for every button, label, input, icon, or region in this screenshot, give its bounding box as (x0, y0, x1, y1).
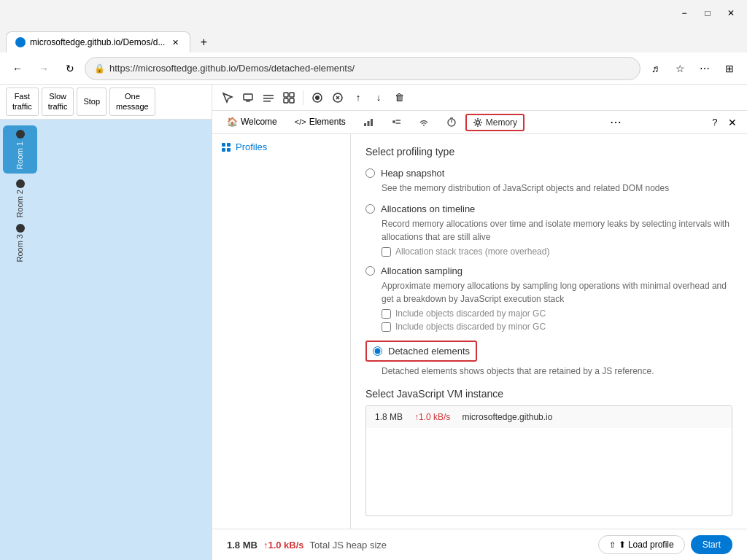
extensions-button[interactable]: ⊞ (718, 57, 741, 80)
vm-row[interactable]: 1.8 MB ↑1.0 kB/s microsoftedge.github.io (366, 406, 732, 428)
new-tab-button[interactable]: + (193, 32, 214, 52)
load-profile-label: ⬆ Load profile (619, 540, 674, 550)
load-profile-button[interactable]: ⇧ ⬆ Load profile (598, 535, 685, 554)
tab-network[interactable] (355, 112, 382, 133)
tab-elements-label: Elements (309, 117, 346, 127)
favorites-button[interactable]: ☆ (668, 57, 692, 80)
profiles-header[interactable]: Profiles (215, 137, 347, 157)
stop-record-button[interactable] (328, 88, 347, 107)
alloc-stack-checkbox[interactable] (382, 247, 391, 257)
room-2-dot (16, 179, 25, 188)
profiles-icon (221, 142, 231, 152)
footer-size: 1.8 MB (227, 540, 258, 551)
tab-close-button[interactable]: ✕ (169, 36, 181, 48)
alloc-sampling-radio[interactable] (365, 266, 375, 276)
download-button[interactable]: ↓ (369, 88, 388, 107)
svg-rect-4 (263, 98, 274, 99)
major-gc-row: Include objects discarded by major GC (382, 308, 732, 319)
minor-gc-label: Include objects discarded by minor GC (395, 322, 546, 332)
devtools-more-button[interactable]: ⋯ (607, 114, 624, 131)
profiles-label: Profiles (236, 141, 267, 152)
js-vm-section: Select JavaScript VM instance 1.8 MB ↑1.… (365, 388, 732, 516)
svg-point-11 (315, 96, 320, 100)
close-button[interactable]: ✕ (721, 3, 741, 23)
search-button[interactable] (259, 88, 278, 107)
svg-rect-26 (222, 143, 225, 147)
toggle-button[interactable] (279, 88, 298, 107)
url-input[interactable] (109, 63, 631, 74)
alloc-stack-label: Allocation stack traces (more overhead) (395, 246, 549, 257)
svg-rect-8 (284, 98, 288, 103)
room-3-item[interactable]: Room 3 (3, 224, 37, 262)
inspect-element-button[interactable] (218, 88, 237, 107)
devtools-panel: ↑ ↓ 🗑 🏠 Welcome </> Elements (212, 85, 747, 560)
rooms-container: Room 1 Room 2 Room 3 (0, 120, 212, 560)
tab-welcome[interactable]: 🏠 Welcome (218, 112, 286, 133)
alloc-timeline-desc: Record memory allocations over time and … (382, 217, 732, 244)
vm-rate: ↑1.0 kB/s (414, 412, 450, 422)
toolbar-separator (303, 90, 303, 105)
refresh-button[interactable]: ↻ (58, 57, 82, 80)
address-bar[interactable]: 🔒 (85, 57, 640, 80)
heap-snapshot-label: Heap snapshot (381, 168, 444, 179)
footer-label: Total JS heap size (310, 540, 387, 551)
tab-elements[interactable]: </> Elements (286, 112, 355, 133)
svg-point-21 (423, 125, 425, 126)
detached-elements-option: Detached elements Detached elements show… (365, 341, 732, 376)
tab-favicon (15, 37, 26, 47)
start-button[interactable]: Start (691, 535, 732, 554)
forward-button[interactable]: → (32, 57, 55, 80)
clear-button[interactable]: 🗑 (390, 88, 409, 107)
tab-lighthouse[interactable] (438, 112, 465, 133)
svg-rect-9 (290, 98, 294, 103)
device-toolbar-button[interactable] (239, 88, 258, 107)
devtools-help-button[interactable]: ? (706, 114, 724, 131)
active-tab[interactable]: microsoftedge.github.io/Demos/d... ✕ (6, 31, 190, 52)
svg-rect-6 (284, 93, 288, 97)
one-message-button[interactable]: One message (109, 88, 155, 116)
alloc-sampling-desc: Approximate memory allocations by sampli… (382, 279, 732, 306)
detached-elements-radio[interactable] (373, 346, 382, 356)
tab-welcome-label: Welcome (241, 117, 277, 127)
record-button[interactable] (308, 88, 327, 107)
minimize-button[interactable]: − (674, 3, 694, 23)
footer-stats: 1.8 MB ↑1.0 kB/s Total JS heap size (227, 540, 387, 551)
heap-snapshot-radio[interactable] (365, 168, 375, 178)
minor-gc-row: Include objects discarded by minor GC (382, 322, 732, 332)
footer-actions: ⇧ ⬆ Load profile Start (598, 535, 732, 554)
svg-rect-29 (227, 148, 231, 152)
footer-rate: ↑1.0 kB/s (263, 540, 304, 551)
read-aloud-button[interactable]: ♬ (643, 57, 667, 80)
stop-button[interactable]: Stop (77, 88, 107, 116)
more-button[interactable]: ⋯ (693, 57, 716, 80)
webpage-toolbar: Fast traffic Slow traffic Stop One messa… (0, 85, 212, 120)
devtools-close-button[interactable]: ✕ (724, 114, 741, 131)
devtools-body: Profiles Select profiling type Heap snap… (212, 134, 747, 529)
heap-snapshot-option: Heap snapshot See the memory distributio… (365, 168, 732, 195)
devtools-tabs: 🏠 Welcome </> Elements (212, 111, 747, 134)
maximize-button[interactable]: □ (697, 3, 718, 23)
minor-gc-checkbox[interactable] (382, 322, 391, 332)
back-button[interactable]: ← (6, 57, 29, 80)
svg-rect-1 (244, 94, 252, 100)
alloc-stack-row: Allocation stack traces (more overhead) (382, 246, 732, 257)
tab-performance[interactable] (410, 112, 438, 133)
alloc-timeline-radio[interactable] (365, 204, 375, 214)
vm-table-empty (366, 428, 732, 516)
vm-size: 1.8 MB (375, 412, 403, 422)
fast-traffic-button[interactable]: Fast traffic (6, 88, 39, 116)
room-2-item[interactable]: Room 2 (3, 179, 37, 218)
title-bar: − □ ✕ (0, 0, 747, 26)
upload-button[interactable]: ↑ (349, 88, 368, 107)
room-1-card[interactable]: Room 1 (3, 125, 37, 174)
slow-traffic-button[interactable]: Slow traffic (42, 88, 74, 116)
major-gc-checkbox[interactable] (382, 309, 391, 319)
memory-main: Select profiling type Heap snapshot See … (351, 134, 747, 529)
alloc-timeline-label: Allocations on timeline (381, 203, 475, 214)
svg-rect-3 (263, 95, 274, 96)
lock-icon: 🔒 (94, 63, 105, 74)
tab-memory[interactable]: Memory (465, 114, 525, 131)
major-gc-label: Include objects discarded by major GC (395, 308, 546, 319)
profiles-sidebar: Profiles (212, 134, 351, 529)
tab-console[interactable] (382, 112, 410, 133)
